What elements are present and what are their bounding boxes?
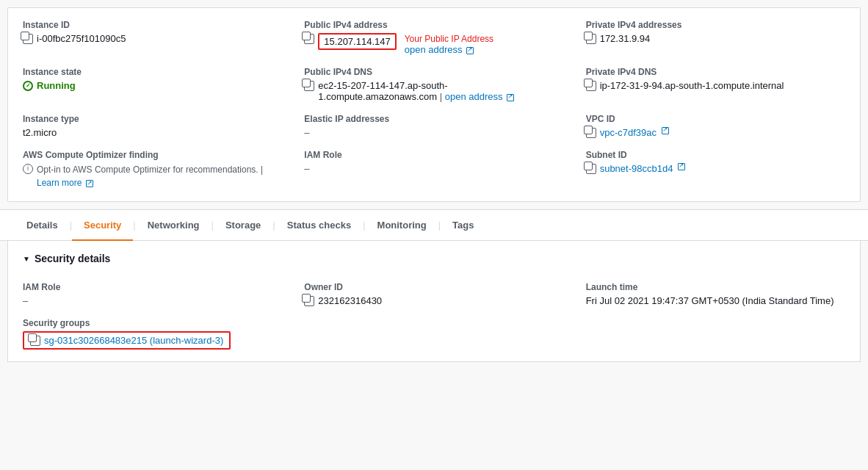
tabs-bar: Details | Security | Networking | Storag… bbox=[0, 209, 868, 241]
security-groups-value: sg-031c302668483e215 (launch-wizard-3) bbox=[23, 331, 282, 350]
dns-external-icon[interactable] bbox=[507, 94, 514, 101]
private-ipv4-value: 172.31.9.94 bbox=[586, 33, 845, 44]
copy-instance-id-icon[interactable] bbox=[23, 34, 33, 44]
security-iam-role-group: IAM Role – bbox=[23, 282, 282, 306]
instance-id-value: i-00fbc275f101090c5 bbox=[23, 33, 282, 44]
instance-details-grid: Instance ID i-00fbc275f101090c5 Public I… bbox=[8, 8, 860, 201]
public-ipv4-label: Public IPv4 address bbox=[304, 20, 563, 30]
security-group-link[interactable]: sg-031c302668483e215 (launch-wizard-3) bbox=[44, 335, 223, 346]
triangle-icon: ▼ bbox=[23, 255, 30, 263]
instance-state-group: Instance state Running bbox=[23, 67, 282, 102]
security-details-title: ▼ Security details bbox=[23, 253, 845, 270]
iam-role-value: – bbox=[304, 163, 563, 174]
security-iam-role-label: IAM Role bbox=[23, 282, 282, 292]
tab-security[interactable]: Security bbox=[72, 211, 133, 241]
launch-time-label: Launch time bbox=[586, 282, 845, 292]
iam-role-label: IAM Role bbox=[304, 150, 563, 160]
security-group-highlight: sg-031c302668483e215 (launch-wizard-3) bbox=[23, 331, 231, 350]
instance-id-group: Instance ID i-00fbc275f101090c5 bbox=[23, 20, 282, 55]
security-panel: ▼ Security details IAM Role – Owner ID 2… bbox=[7, 241, 861, 362]
tab-tags[interactable]: Tags bbox=[441, 211, 485, 241]
info-icon: i bbox=[23, 164, 33, 174]
instance-state-value: Running bbox=[23, 80, 282, 91]
public-dns-value: ec2-15-207-114-147.ap-south-1.compute.am… bbox=[304, 80, 563, 102]
copy-public-dns-icon[interactable] bbox=[304, 81, 314, 91]
optimizer-value: i Opt-in to AWS Compute Optimizer for re… bbox=[23, 163, 282, 189]
instance-state-label: Instance state bbox=[23, 67, 282, 77]
elastic-ip-group: Elastic IP addresses – bbox=[304, 114, 563, 138]
instance-type-label: Instance type bbox=[23, 114, 282, 124]
instance-type-value: t2.micro bbox=[23, 127, 282, 138]
private-dns-label: Private IPv4 DNS bbox=[586, 67, 845, 77]
private-dns-value: ip-172-31-9-94.ap-south-1.compute.intern… bbox=[586, 80, 845, 91]
tab-storage[interactable]: Storage bbox=[214, 211, 272, 241]
instance-type-group: Instance type t2.micro bbox=[23, 114, 282, 138]
security-groups-label: Security groups bbox=[23, 318, 282, 328]
launch-time-group: Launch time Fri Jul 02 2021 19:47:37 GMT… bbox=[586, 282, 845, 306]
optimizer-label: AWS Compute Optimizer finding bbox=[23, 150, 282, 160]
elastic-ip-label: Elastic IP addresses bbox=[304, 114, 563, 124]
copy-subnet-id-icon[interactable] bbox=[586, 164, 596, 174]
your-public-ip-label: Your Public IP Address bbox=[405, 34, 493, 44]
tab-monitoring[interactable]: Monitoring bbox=[366, 211, 438, 241]
private-ipv4-group: Private IPv4 addresses 172.31.9.94 bbox=[586, 20, 845, 55]
subnet-id-label: Subnet ID bbox=[586, 150, 845, 160]
iam-role-group: IAM Role – bbox=[304, 150, 563, 189]
subnet-id-link[interactable]: subnet-98ccb1d4 bbox=[600, 163, 673, 174]
copy-sg-icon[interactable] bbox=[30, 336, 40, 346]
owner-id-label: Owner ID bbox=[304, 282, 563, 292]
vpc-id-group: VPC ID vpc-c7df39ac bbox=[586, 114, 845, 138]
copy-vpc-id-icon[interactable] bbox=[586, 128, 596, 138]
launch-time-value: Fri Jul 02 2021 19:47:37 GMT+0530 (India… bbox=[586, 295, 845, 306]
tab-status-checks[interactable]: Status checks bbox=[275, 211, 363, 241]
owner-id-value: 232162316430 bbox=[304, 295, 563, 306]
optimizer-group: AWS Compute Optimizer finding i Opt-in t… bbox=[23, 150, 282, 189]
tab-details[interactable]: Details bbox=[15, 211, 70, 241]
public-ipv4-value-row: 15.207.114.147 Your Public IP Address op… bbox=[304, 33, 563, 55]
copy-public-ip-icon[interactable] bbox=[304, 34, 314, 44]
subnet-id-value: subnet-98ccb1d4 bbox=[586, 163, 845, 174]
open-address-link[interactable]: open address bbox=[405, 44, 463, 55]
instance-panel: Instance ID i-00fbc275f101090c5 Public I… bbox=[7, 7, 861, 202]
instance-id-label: Instance ID bbox=[23, 20, 282, 30]
copy-private-ip-icon[interactable] bbox=[586, 34, 596, 44]
optimizer-text: Opt-in to AWS Compute Optimizer for reco… bbox=[37, 163, 282, 189]
learn-more-link[interactable]: Learn more bbox=[37, 178, 82, 188]
security-iam-role-value: – bbox=[23, 295, 282, 306]
public-dns-group: Public IPv4 DNS ec2-15-207-114-147.ap-so… bbox=[304, 67, 563, 102]
public-ip-highlight: 15.207.114.147 bbox=[318, 33, 396, 50]
vpc-id-link[interactable]: vpc-c7df39ac bbox=[600, 127, 657, 138]
vpc-external-icon[interactable] bbox=[662, 127, 669, 134]
vpc-id-label: VPC ID bbox=[586, 114, 845, 124]
copy-private-dns-icon[interactable] bbox=[586, 81, 596, 91]
owner-id-group: Owner ID 232162316430 bbox=[304, 282, 563, 306]
elastic-ip-value: – bbox=[304, 127, 563, 138]
subnet-id-group: Subnet ID subnet-98ccb1d4 bbox=[586, 150, 845, 189]
public-dns-label: Public IPv4 DNS bbox=[304, 67, 563, 77]
private-ipv4-label: Private IPv4 addresses bbox=[586, 20, 845, 30]
open-dns-link[interactable]: open address bbox=[445, 91, 503, 102]
copy-owner-id-icon[interactable] bbox=[304, 296, 314, 306]
running-icon bbox=[23, 81, 33, 91]
subnet-external-icon[interactable] bbox=[678, 163, 685, 170]
security-groups-group: Security groups sg-031c302668483e215 (la… bbox=[23, 318, 282, 350]
private-dns-group: Private IPv4 DNS ip-172-31-9-94.ap-south… bbox=[586, 67, 845, 102]
security-grid: IAM Role – Owner ID 232162316430 Launch … bbox=[23, 282, 845, 350]
open-address-external-icon[interactable] bbox=[466, 47, 474, 54]
vpc-id-value: vpc-c7df39ac bbox=[586, 127, 845, 138]
tab-networking[interactable]: Networking bbox=[136, 211, 211, 241]
public-ipv4-group: Public IPv4 address 15.207.114.147 Your … bbox=[304, 20, 563, 55]
learn-more-external-icon[interactable] bbox=[86, 180, 93, 187]
